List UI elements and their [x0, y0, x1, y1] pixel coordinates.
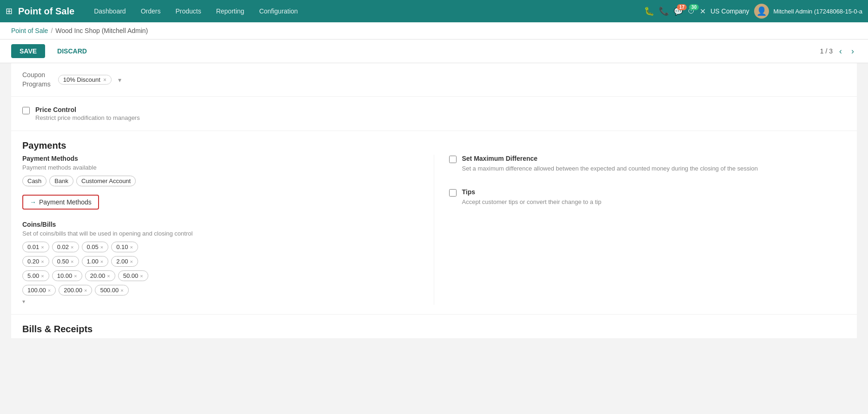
- payments-section-header: Payments: [11, 131, 857, 155]
- coin-tags-row-3: 5.00× 10.00× 20.00× 50.00×: [22, 270, 419, 281]
- pagination-count: 1 / 3: [820, 47, 833, 55]
- coin-5.00[interactable]: 5.00×: [22, 270, 49, 281]
- coin-0.10-remove[interactable]: ×: [130, 244, 133, 250]
- bills-section: Bills & Receipts: [11, 314, 857, 338]
- close-icon[interactable]: ✕: [700, 7, 706, 16]
- company-name[interactable]: US Company: [710, 7, 749, 15]
- coin-0.05[interactable]: 0.05×: [82, 242, 109, 252]
- set-max-diff-sub: Set a maximum difference allowed between…: [462, 164, 758, 173]
- coin-0.20-remove[interactable]: ×: [41, 259, 44, 264]
- save-button[interactable]: SAVE: [11, 44, 45, 58]
- app-title[interactable]: Point of Sale: [18, 6, 74, 17]
- coin-tags-row-2: 0.20× 0.50× 1.00× 2.00×: [22, 256, 419, 267]
- payment-methods-label: Payment Methods: [22, 155, 419, 162]
- nav-menu: Dashboard Orders Products Reporting Conf…: [87, 5, 640, 18]
- pagination: 1 / 3 ‹ ›: [820, 46, 857, 57]
- activity-icon[interactable]: ⏱ 30: [688, 7, 695, 15]
- next-page-button[interactable]: ›: [848, 46, 857, 57]
- nav-reporting[interactable]: Reporting: [210, 5, 251, 18]
- coin-100.00[interactable]: 100.00×: [22, 285, 56, 296]
- prev-page-button[interactable]: ‹: [836, 46, 845, 57]
- main-content: CouponPrograms 10% Discount × ▾ Price Co…: [0, 63, 868, 414]
- coin-0.50[interactable]: 0.50×: [52, 256, 79, 267]
- coins-dropdown-arrow[interactable]: ▾: [22, 298, 419, 305]
- tips-label: Tips: [462, 188, 602, 196]
- coin-20.00-remove[interactable]: ×: [107, 273, 110, 279]
- payment-methods-link-label: Payment Methods: [39, 198, 92, 206]
- tips-group: Tips Accept customer tips or convert the…: [449, 188, 846, 207]
- coin-tags-row: 0.01× 0.02× 0.05× 0.10×: [22, 242, 419, 252]
- breadcrumb-root[interactable]: Point of Sale: [11, 27, 48, 34]
- bug-icon[interactable]: 🐛: [644, 6, 654, 16]
- price-control-title: Price Control: [35, 106, 140, 113]
- nav-dashboard[interactable]: Dashboard: [87, 5, 133, 18]
- price-control-checkbox[interactable]: [22, 107, 30, 114]
- user-name[interactable]: Mitchell Admin (17248068-15-0-a: [774, 8, 863, 15]
- coin-0.20[interactable]: 0.20×: [22, 256, 49, 267]
- payments-right-col: Set Maximum Difference Set a maximum dif…: [434, 155, 846, 305]
- coin-10.00-remove[interactable]: ×: [74, 273, 77, 279]
- payment-methods-link[interactable]: → Payment Methods: [22, 195, 99, 210]
- nav-products[interactable]: Products: [169, 5, 207, 18]
- coin-2.00[interactable]: 2.00×: [111, 256, 138, 267]
- coin-100.00-remove[interactable]: ×: [48, 288, 51, 293]
- bills-title: Bills & Receipts: [22, 324, 846, 335]
- chat-icon[interactable]: 💬 17: [674, 7, 683, 16]
- payment-tag-bank[interactable]: Bank: [49, 176, 73, 186]
- coupon-tag-label: 10% Discount: [63, 76, 100, 83]
- coin-0.50-remove[interactable]: ×: [71, 259, 73, 264]
- tips-sub: Accept customer tips or convert their ch…: [462, 197, 602, 207]
- top-navigation: ⊞ Point of Sale Dashboard Orders Product…: [0, 0, 868, 22]
- coin-50.00[interactable]: 50.00×: [118, 270, 148, 281]
- coin-50.00-remove[interactable]: ×: [140, 273, 143, 279]
- payment-tag-customer-account[interactable]: Customer Account: [76, 176, 136, 186]
- nav-configuration[interactable]: Configuration: [252, 5, 304, 18]
- phone-icon[interactable]: 📞: [659, 6, 669, 16]
- coin-0.01[interactable]: 0.01×: [22, 242, 49, 252]
- tips-checkbox[interactable]: [449, 189, 457, 197]
- coins-bills-group: Coins/Bills Set of coins/bills that will…: [22, 221, 419, 305]
- content-card: CouponPrograms 10% Discount × ▾ Price Co…: [11, 63, 857, 338]
- coin-0.10[interactable]: 0.10×: [111, 242, 138, 252]
- breadcrumb: Point of Sale / Wood Inc Shop (Mitchell …: [0, 22, 868, 39]
- coupon-dropdown[interactable]: ▾: [118, 76, 121, 84]
- coin-0.01-remove[interactable]: ×: [41, 244, 44, 250]
- coin-200.00-remove[interactable]: ×: [84, 288, 87, 293]
- payment-tag-cash[interactable]: Cash: [22, 176, 46, 186]
- coin-2.00-remove[interactable]: ×: [130, 259, 133, 264]
- coupon-tag[interactable]: 10% Discount ×: [58, 75, 112, 85]
- coin-500.00[interactable]: 500.00×: [95, 285, 128, 296]
- set-max-diff-checkbox[interactable]: [449, 156, 457, 163]
- payments-two-col: Payment Methods Payment methods availabl…: [11, 155, 857, 314]
- payment-methods-sub: Payment methods available: [22, 164, 419, 171]
- coin-0.02-remove[interactable]: ×: [71, 244, 73, 250]
- breadcrumb-current: Wood Inc Shop (Mitchell Admin): [55, 27, 148, 34]
- coin-tags-row-4: 100.00× 200.00× 500.00×: [22, 285, 419, 296]
- price-control-section: Price Control Restrict price modificatio…: [11, 97, 857, 131]
- coins-label: Coins/Bills: [22, 221, 419, 228]
- coins-sub: Set of coins/bills that will be used in …: [22, 230, 419, 237]
- coupon-row: CouponPrograms 10% Discount × ▾: [11, 63, 857, 97]
- payments-title: Payments: [22, 140, 846, 151]
- coin-1.00[interactable]: 1.00×: [82, 256, 109, 267]
- coupon-remove-button[interactable]: ×: [103, 77, 106, 83]
- toolbar: SAVE DISCARD 1 / 3 ‹ ›: [0, 39, 868, 63]
- coin-200.00[interactable]: 200.00×: [59, 285, 92, 296]
- discard-button[interactable]: DISCARD: [49, 44, 95, 58]
- grid-icon[interactable]: ⊞: [6, 6, 13, 16]
- activity-badge: 30: [689, 4, 699, 10]
- set-max-diff-label: Set Maximum Difference: [462, 155, 758, 162]
- breadcrumb-sep: /: [51, 27, 53, 34]
- avatar[interactable]: 👤: [754, 4, 769, 19]
- coupon-label: CouponPrograms: [22, 71, 51, 89]
- coin-1.00-remove[interactable]: ×: [100, 259, 103, 264]
- payment-tags-row: Cash Bank Customer Account: [22, 176, 419, 186]
- coin-20.00[interactable]: 20.00×: [85, 270, 115, 281]
- nav-orders[interactable]: Orders: [134, 5, 167, 18]
- coin-0.05-remove[interactable]: ×: [100, 244, 103, 250]
- coin-10.00[interactable]: 10.00×: [52, 270, 82, 281]
- coin-500.00-remove[interactable]: ×: [120, 288, 123, 293]
- price-control-subtitle: Restrict price modification to managers: [35, 114, 140, 121]
- coin-0.02[interactable]: 0.02×: [52, 242, 79, 252]
- coin-5.00-remove[interactable]: ×: [41, 273, 44, 279]
